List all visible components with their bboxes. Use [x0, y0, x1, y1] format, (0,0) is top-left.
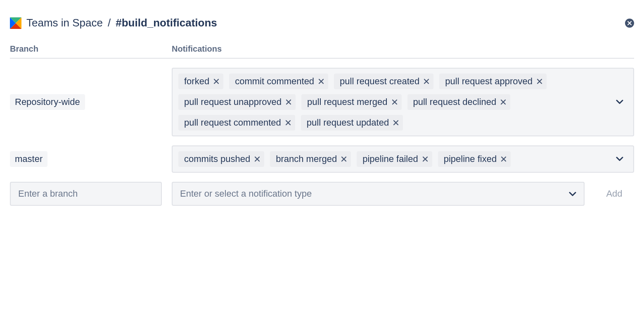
notification-tag-label: pipeline fixed	[444, 154, 497, 164]
remove-tag-icon[interactable]	[422, 156, 428, 162]
column-header-branch: Branch	[10, 44, 172, 54]
notification-tag: commit commented	[229, 74, 328, 89]
notification-tag: pull request unapproved	[178, 94, 296, 110]
remove-tag-icon[interactable]	[392, 99, 398, 105]
notification-tag: pull request updated	[301, 115, 403, 131]
notification-row: mastercommits pushedbranch mergedpipelin…	[10, 136, 634, 173]
chevron-down-icon	[569, 188, 576, 199]
notification-tag: branch merged	[270, 151, 351, 167]
remove-tag-icon[interactable]	[285, 120, 291, 126]
notification-type-select[interactable]: Enter or select a notification type	[172, 182, 585, 206]
notification-tag: pipeline fixed	[438, 151, 511, 167]
notification-tag: pipeline failed	[357, 151, 432, 167]
branch-input[interactable]: Enter a branch	[10, 182, 162, 206]
notification-select-placeholder: Enter or select a notification type	[180, 188, 312, 199]
chevron-down-icon[interactable]	[608, 157, 631, 162]
breadcrumb-project[interactable]: Teams in Space	[26, 17, 103, 29]
add-button-label: Add	[606, 188, 622, 199]
remove-tag-icon[interactable]	[393, 120, 399, 126]
branch-label: Repository-wide	[10, 94, 85, 110]
chevron-down-icon[interactable]	[608, 100, 631, 105]
branch-label: master	[10, 151, 47, 167]
notification-tag: pull request merged	[301, 94, 401, 110]
add-button[interactable]: Add	[594, 182, 634, 206]
notification-tag-label: pull request created	[340, 76, 419, 87]
notification-tag: forked	[178, 74, 223, 89]
notification-tag: commits pushed	[178, 151, 264, 167]
project-logo-icon	[10, 17, 21, 29]
breadcrumb-channel[interactable]: #build_notifications	[116, 17, 217, 29]
notification-tag-label: pull request declined	[413, 97, 497, 107]
breadcrumb: Teams in Space / #build_notifications	[10, 17, 217, 29]
remove-tag-icon[interactable]	[318, 78, 324, 84]
branch-input-placeholder: Enter a branch	[18, 188, 78, 199]
notification-tag-label: pull request approved	[445, 76, 533, 87]
notification-row: Repository-wideforkedcommit commentedpul…	[10, 59, 634, 136]
notification-tag: pull request declined	[407, 94, 511, 110]
remove-tag-icon[interactable]	[501, 156, 507, 162]
notifications-multiselect[interactable]: forkedcommit commentedpull request creat…	[172, 68, 634, 136]
remove-tag-icon[interactable]	[213, 78, 219, 84]
notification-tag-label: pull request unapproved	[184, 97, 282, 107]
notification-tag: pull request commented	[178, 115, 295, 131]
notification-tag: pull request created	[334, 74, 433, 89]
notification-tag-label: branch merged	[276, 154, 337, 164]
remove-tag-icon[interactable]	[500, 99, 506, 105]
breadcrumb-separator: /	[108, 17, 111, 29]
column-header-notifications: Notifications	[172, 44, 634, 54]
remove-tag-icon[interactable]	[254, 156, 260, 162]
close-icon	[627, 21, 632, 25]
notification-tag-label: forked	[184, 76, 209, 87]
remove-tag-icon[interactable]	[537, 78, 542, 84]
remove-tag-icon[interactable]	[341, 156, 347, 162]
notifications-multiselect[interactable]: commits pushedbranch mergedpipeline fail…	[172, 145, 634, 173]
notification-tag-label: pipeline failed	[362, 154, 418, 164]
notification-tag-label: commit commented	[235, 76, 314, 87]
notification-tag-label: pull request merged	[307, 97, 387, 107]
notification-tag-label: pull request commented	[184, 117, 281, 128]
notification-tag-label: commits pushed	[184, 154, 250, 164]
close-button[interactable]	[625, 19, 634, 28]
notification-tag-label: pull request updated	[307, 117, 389, 128]
notification-tag: pull request approved	[439, 74, 547, 89]
remove-tag-icon[interactable]	[424, 78, 429, 84]
remove-tag-icon[interactable]	[286, 99, 291, 105]
